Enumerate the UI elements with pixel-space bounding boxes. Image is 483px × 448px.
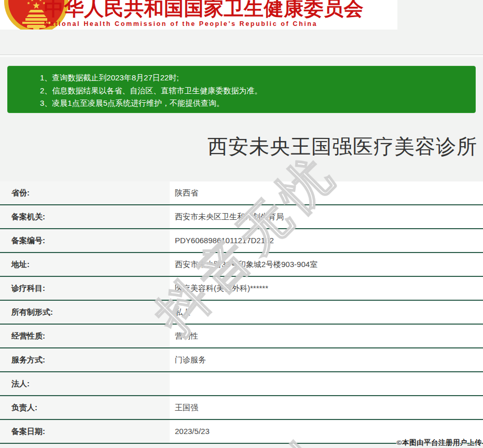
notice-line-2: 2、信息数据结果以各省、自治区、直辖市卫生健康委数据为准。: [40, 85, 465, 97]
site-title-english: National Health Commission of the People…: [44, 20, 397, 27]
field-value: [170, 372, 483, 395]
field-label: 诊疗科目:: [0, 277, 170, 300]
field-label: 经营性质:: [0, 325, 170, 347]
notice-line-1: 1、查询数据截止到2023年8月27日22时;: [40, 72, 465, 85]
field-label: 所有制形式:: [0, 301, 170, 324]
field-label: 地址:: [0, 253, 170, 276]
field-value: 门诊服务: [170, 348, 483, 371]
table-row-registry-authority: 备案机关: 西安市未央区卫生和计划生育局: [0, 205, 483, 229]
header-divider-highlight: [0, 55, 483, 57]
table-row-province: 省份: 陕西省: [0, 181, 483, 205]
notice-line-3: 3、凌晨1点至凌晨5点系统进行维护，不能提供查询。: [40, 97, 465, 110]
field-label: 服务方式:: [0, 348, 170, 371]
table-row-treatment-subjects: 诊疗科目: 医疗美容科(美容外科)******: [0, 277, 483, 301]
field-value: PDY60689861011217D2162: [170, 229, 483, 252]
table-row-address: 地址: 西安市未央路33号印象城2号楼903-904室: [0, 253, 483, 277]
field-value: 营利性: [170, 325, 483, 347]
field-label: 备案日期:: [0, 420, 170, 443]
field-label: 备案编号:: [0, 229, 170, 252]
query-notice-box: 1、查询数据截止到2023年8月27日22时; 2、信息数据结果以各省、自治区、…: [7, 66, 476, 113]
institution-name-title: 西安未央王国强医疗美容诊所: [208, 133, 477, 161]
field-value: 西安市未央路33号印象城2号楼903-904室: [170, 253, 483, 276]
field-label: 备案机关:: [0, 205, 170, 228]
field-value: 私人: [170, 301, 483, 324]
institution-info-table: 省份: 陕西省 备案机关: 西安市未央区卫生和计划生育局 备案编号: PDY60…: [0, 181, 483, 444]
site-title-chinese: 中华人民共和国国家卫生健康委员会: [44, 0, 397, 20]
field-value: 陕西省: [170, 181, 483, 204]
field-label: 法人:: [0, 372, 170, 395]
table-row-business-nature: 经营性质: 营利性: [0, 325, 483, 348]
field-label: 负责人:: [0, 396, 170, 419]
field-value: 王国强: [170, 396, 483, 419]
table-row-registry-number: 备案编号: PDY60689861011217D2162: [0, 229, 483, 253]
image-credit-text: ©本图由平台注册用户上传: [397, 438, 482, 447]
table-row-ownership-form: 所有制形式: 私人: [0, 301, 483, 325]
field-value: 医疗美容科(美容外科)******: [170, 277, 483, 300]
table-row-person-in-charge: 负责人: 王国强: [0, 396, 483, 420]
field-label: 省份:: [0, 181, 170, 204]
table-row-legal-person: 法人:: [0, 372, 483, 396]
field-value: 西安市未央区卫生和计划生育局: [170, 205, 483, 228]
header-banner: 中华人民共和国国家卫生健康委员会 National Health Commiss…: [0, 0, 397, 30]
table-row-service-mode: 服务方式: 门诊服务: [0, 348, 483, 372]
header-titles: 中华人民共和国国家卫生健康委员会 National Health Commiss…: [44, 0, 397, 27]
